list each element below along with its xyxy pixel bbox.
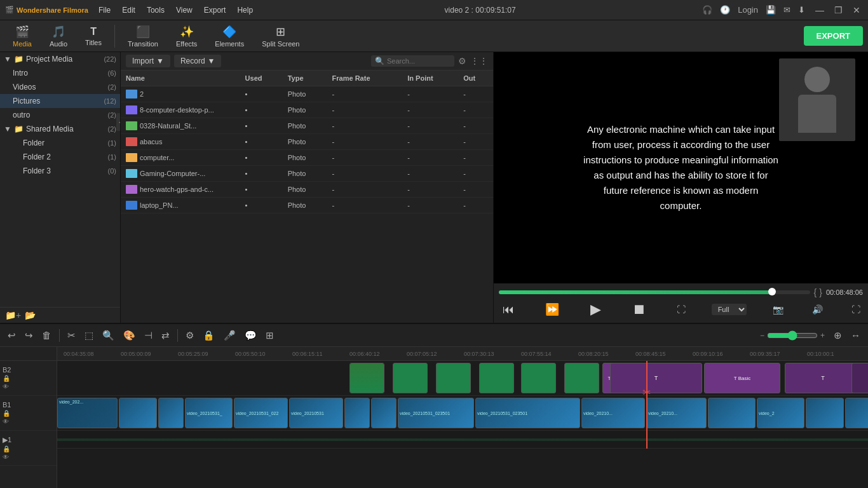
- subtitle-icon[interactable]: 💬: [242, 329, 259, 342]
- col-out[interactable]: Out: [458, 71, 493, 86]
- toolbar-media[interactable]: 🎬 Media: [5, 22, 39, 50]
- import-button[interactable]: Import ▼: [126, 55, 170, 67]
- maximize-button[interactable]: ❐: [832, 5, 845, 15]
- zoom-slider[interactable]: [767, 330, 818, 341]
- clip-image-4[interactable]: [479, 363, 514, 393]
- clip-video-4[interactable]: video_20210531_: [185, 398, 233, 428]
- col-name[interactable]: Name: [121, 71, 240, 86]
- new-folder-icon[interactable]: 📂: [25, 310, 36, 320]
- clip-image-5[interactable]: [521, 363, 556, 393]
- zoom-in-icon[interactable]: +: [820, 331, 825, 340]
- menu-export[interactable]: Export: [199, 4, 231, 16]
- zoom-out-icon[interactable]: −: [760, 331, 764, 340]
- main-lock-icon[interactable]: 🔒: [3, 445, 11, 452]
- progress-handle[interactable]: [768, 288, 776, 295]
- download-icon[interactable]: ⬇: [798, 5, 805, 15]
- tree-project-media[interactable]: ▼ 📁 Project Media (22): [0, 52, 120, 66]
- clip-text-block2[interactable]: T: [785, 363, 861, 393]
- bracket-in-icon[interactable]: {: [814, 287, 817, 297]
- settings-icon[interactable]: ⚙: [183, 329, 196, 342]
- zoom-in-button[interactable]: 🔍: [100, 329, 117, 342]
- motion-button[interactable]: ⇄: [159, 329, 172, 342]
- clip-video-1[interactable]: video_202...: [57, 398, 118, 428]
- main-eye-icon[interactable]: 👁: [3, 454, 11, 461]
- clip-video-11[interactable]: video_20210...: [581, 398, 645, 428]
- clip-image-1[interactable]: [349, 363, 384, 393]
- menu-tools[interactable]: Tools: [142, 4, 170, 16]
- clip-text-block1[interactable]: T: [610, 363, 702, 393]
- clip-video-16[interactable]: [845, 398, 868, 428]
- fit-screen-icon[interactable]: ⛶: [674, 304, 688, 315]
- clip-image-2[interactable]: [393, 363, 428, 393]
- tree-videos[interactable]: Videos (2): [0, 80, 120, 94]
- menu-edit[interactable]: Edit: [117, 4, 140, 16]
- clip-video-5[interactable]: video_20210531_022: [234, 398, 288, 428]
- record-button[interactable]: Record ▼: [174, 55, 222, 67]
- stop-button[interactable]: ⏹: [628, 301, 650, 318]
- clip-video-13[interactable]: [708, 398, 756, 428]
- fullscreen-icon[interactable]: ⛶: [849, 304, 863, 315]
- clip-text-block3[interactable]: [851, 363, 868, 393]
- cut-button[interactable]: ✂: [65, 329, 78, 342]
- clip-video-10[interactable]: video_20210531_023501: [475, 398, 580, 428]
- table-row[interactable]: 8-computer-desktop-p... • Photo - - -: [121, 102, 493, 118]
- table-row[interactable]: abacus • Photo - - -: [121, 134, 493, 150]
- track2-eye-icon[interactable]: 👁: [3, 383, 11, 390]
- export-button[interactable]: EXPORT: [804, 26, 863, 46]
- toolbar-titles[interactable]: T Titles: [78, 24, 109, 49]
- volume-icon[interactable]: 🔊: [810, 304, 825, 315]
- add-folder-icon[interactable]: 📁+: [5, 310, 21, 320]
- mic-icon[interactable]: 🎤: [221, 329, 238, 342]
- panel-collapse-btn[interactable]: ◀: [116, 113, 121, 131]
- progress-bar[interactable]: [499, 290, 810, 294]
- save-icon[interactable]: 💾: [766, 5, 776, 15]
- search-input[interactable]: [387, 57, 451, 65]
- tl-extend-button[interactable]: ↔: [848, 329, 863, 342]
- close-button[interactable]: ✕: [850, 5, 863, 15]
- toolbar-splitscreen[interactable]: ⊞ Split Screen: [254, 22, 307, 50]
- clip-video-3[interactable]: [158, 398, 184, 428]
- filter-icon[interactable]: ⚙: [458, 56, 466, 66]
- tree-outro[interactable]: outro (2): [0, 108, 120, 122]
- split-button[interactable]: ⊣: [142, 329, 155, 342]
- clip-video-14[interactable]: video_2: [757, 398, 804, 428]
- grid-icon[interactable]: ⊞: [263, 329, 276, 342]
- tree-intro[interactable]: Intro (6): [0, 66, 120, 80]
- tree-folder3[interactable]: Folder 3 (0): [0, 164, 120, 178]
- menu-view[interactable]: View: [171, 4, 198, 16]
- delete-button[interactable]: 🗑: [39, 329, 54, 342]
- track1-eye-icon[interactable]: 👁: [3, 418, 11, 425]
- color-button[interactable]: 🎨: [121, 329, 138, 342]
- col-framerate[interactable]: Frame Rate: [327, 71, 403, 86]
- toolbar-effects[interactable]: ✨ Effects: [168, 22, 205, 50]
- toolbar-elements[interactable]: 🔷 Elements: [207, 22, 252, 50]
- clip-text-basic[interactable]: T Basic: [704, 363, 780, 393]
- clip-video-2[interactable]: [119, 398, 157, 428]
- lock-icon[interactable]: 🔒: [200, 329, 217, 342]
- toolbar-audio[interactable]: 🎵 Audio: [42, 22, 75, 50]
- tree-shared-media[interactable]: ▼ 📁 Shared Media (2): [0, 122, 120, 136]
- clip-video-15[interactable]: [806, 398, 844, 428]
- clip-video-6[interactable]: video_20210531: [289, 398, 343, 428]
- table-row[interactable]: 0328-Natural_St... • Photo - - -: [121, 118, 493, 134]
- clip-image-6[interactable]: [564, 363, 599, 393]
- menu-help[interactable]: Help: [232, 4, 258, 16]
- table-row[interactable]: hero-watch-gps-and-c... • Photo - - -: [121, 182, 493, 198]
- clip-image-3[interactable]: [436, 363, 471, 393]
- tree-folder2[interactable]: Folder 2 (1): [0, 150, 120, 164]
- track1-lock-icon[interactable]: 🔒: [3, 410, 11, 417]
- table-row[interactable]: laptop_PN... • Photo - - -: [121, 198, 493, 214]
- table-row[interactable]: 2 • Photo - - -: [121, 86, 493, 102]
- col-inpoint[interactable]: In Point: [402, 71, 458, 86]
- slow-play-button[interactable]: ⏩: [541, 302, 563, 316]
- tree-folder1[interactable]: Folder (1): [0, 136, 120, 150]
- table-row[interactable]: computer... • Photo - - -: [121, 150, 493, 166]
- track2-lock-icon[interactable]: 🔒: [3, 375, 11, 382]
- zoom-select[interactable]: Full75%50%25%: [712, 304, 747, 315]
- toolbar-transition[interactable]: ⬛ Transition: [120, 22, 166, 50]
- clip-video-12[interactable]: video_20210...: [646, 398, 707, 428]
- menu-file[interactable]: File: [93, 4, 116, 16]
- clip-video-8[interactable]: [371, 398, 397, 428]
- redo-button[interactable]: ↪: [22, 329, 36, 342]
- screenshot-icon[interactable]: 📷: [770, 304, 786, 315]
